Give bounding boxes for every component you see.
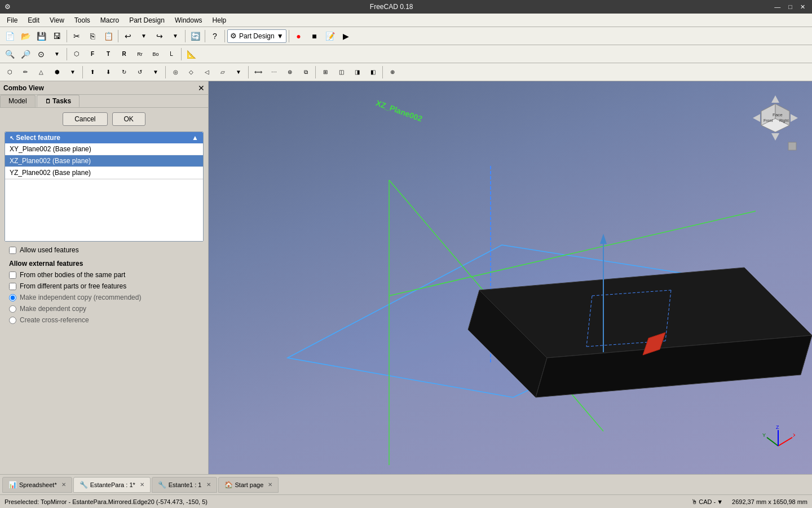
pd-mirrored-button[interactable]: ⟺	[251, 65, 266, 79]
menu-item-part design[interactable]: Part Design	[125, 15, 169, 25]
tab-model[interactable]: Model	[0, 95, 36, 107]
menu-item-macro[interactable]: Macro	[96, 15, 123, 25]
radio-independent[interactable]	[9, 294, 16, 301]
radio-crossref[interactable]	[9, 317, 16, 324]
isometric-button[interactable]: ⬡	[69, 47, 84, 61]
pd-draft-button[interactable]: ◁	[200, 65, 214, 79]
3d-object	[321, 222, 812, 448]
menu-item-help[interactable]: Help	[208, 15, 231, 25]
allow-used-checkbox[interactable]	[9, 247, 16, 254]
feature-item-xz[interactable]: XZ_Plane002 (Base plane)	[5, 155, 203, 167]
pd-btn3[interactable]: △	[34, 65, 48, 79]
tab-estante1[interactable]: 🔧 Estante1 : 1 ✕	[152, 477, 217, 493]
rear-view-button[interactable]: Rr	[133, 47, 147, 61]
from-same-part-checkbox[interactable]	[9, 271, 16, 279]
right-view-button[interactable]: R	[117, 47, 131, 61]
pd-pocket-button[interactable]: ⬇	[101, 65, 116, 79]
pd-linear-pattern-button[interactable]: ⋯	[267, 65, 281, 79]
workbench-dropdown[interactable]: ⚙ Part Design ▼	[227, 29, 286, 43]
close-button[interactable]: ✕	[798, 3, 807, 11]
pd-view3-button[interactable]: ◧	[365, 65, 380, 79]
from-diff-parts-checkbox[interactable]	[9, 283, 16, 290]
zoom-sel-button[interactable]: 🔎	[18, 47, 33, 61]
tab-spreadsheet[interactable]: 📊 Spreadsheet* ✕	[2, 477, 72, 493]
cut-button[interactable]: ✂	[69, 29, 84, 43]
copy-button[interactable]: ⎘	[85, 29, 100, 43]
tab-estante1-close[interactable]: ✕	[206, 481, 211, 488]
refresh-button[interactable]: 🔄	[188, 29, 202, 43]
pd-multitransform-button[interactable]: ⧉	[298, 65, 313, 79]
pd-revolution-button[interactable]: ↻	[117, 65, 131, 79]
feature-list: XY_Plane002 (Base plane) XZ_Plane002 (Ba…	[5, 143, 203, 179]
measure-button[interactable]: 📐	[184, 47, 198, 61]
radio-dependent[interactable]	[9, 305, 16, 313]
pd-clone-button[interactable]: ⊕	[385, 65, 400, 79]
navigation-cube[interactable]: Face Front Right	[750, 93, 801, 143]
coordinates: 2692,37 mm x 1650,98 mm	[732, 498, 807, 505]
maximize-button[interactable]: □	[786, 3, 795, 11]
draw-style-button[interactable]: ⊙	[34, 47, 48, 61]
redo-dropdown[interactable]: ▼	[168, 29, 183, 43]
open-button[interactable]: 📂	[18, 29, 33, 43]
cancel-button[interactable]: Cancel	[63, 112, 107, 126]
top-view-button[interactable]: T	[101, 47, 116, 61]
tab-startpage-close[interactable]: ✕	[268, 481, 272, 488]
pd-btn2[interactable]: ✏	[18, 65, 33, 79]
edit-macro-button[interactable]: 📝	[323, 29, 338, 43]
pd-groove-button[interactable]: ↺	[133, 65, 147, 79]
feature-item-yz[interactable]: YZ_Plane002 (Base plane)	[5, 167, 203, 179]
toolbar-main: 📄 📂 💾 🖫 ✂ ⎘ 📋 ↩ ▼ ↪ ▼ 🔄 ? ⚙ Part Design …	[0, 27, 812, 45]
main-area: Combo View ✕ Model 🗒 Tasks Cancel OK ↖ S…	[0, 81, 812, 474]
pd-section-button[interactable]: ⊞	[318, 65, 333, 79]
stop-button[interactable]: ■	[307, 29, 322, 43]
play-macro-button[interactable]: ▶	[339, 29, 354, 43]
pd-btn4[interactable]: ⬢	[50, 65, 64, 79]
tab-tasks[interactable]: 🗒 Tasks	[37, 95, 80, 107]
pd-btn-drop3[interactable]: ▼	[231, 65, 246, 79]
front-view-button[interactable]: F	[85, 47, 100, 61]
tab-startpage[interactable]: 🏠 Start page ✕	[218, 477, 279, 493]
pd-chamfer-button[interactable]: ◇	[184, 65, 198, 79]
tab-estantepara-close[interactable]: ✕	[140, 481, 144, 488]
new-button[interactable]: 📄	[2, 29, 17, 43]
combo-close-button[interactable]: ✕	[198, 84, 205, 93]
zoom-all-button[interactable]: 🔍	[2, 47, 17, 61]
menu-item-file[interactable]: File	[2, 15, 22, 25]
menu-item-windows[interactable]: Windows	[170, 15, 207, 25]
pd-view2-button[interactable]: ◨	[350, 65, 364, 79]
help-button[interactable]: ?	[208, 29, 222, 43]
draw-style-dropdown[interactable]: ▼	[50, 47, 64, 61]
sep-p2	[165, 66, 166, 78]
redo-button[interactable]: ↪	[152, 29, 167, 43]
save-as-button[interactable]: 🖫	[50, 29, 64, 43]
minimize-button[interactable]: —	[772, 3, 783, 11]
menu-item-view[interactable]: View	[45, 15, 69, 25]
bottom-view-button[interactable]: Bo	[148, 47, 163, 61]
undo-dropdown[interactable]: ▼	[136, 29, 151, 43]
select-feature-header: ↖ Select feature ▲	[5, 132, 203, 143]
cad-dropdown[interactable]: ▼	[717, 498, 723, 505]
pd-thickness-button[interactable]: ▱	[215, 65, 230, 79]
feature-item-xy[interactable]: XY_Plane002 (Base plane)	[5, 143, 203, 155]
tab-spreadsheet-close[interactable]: ✕	[61, 481, 66, 488]
pd-pad-button[interactable]: ⬆	[85, 65, 100, 79]
cursor-icon: ↖	[10, 135, 14, 141]
undo-button[interactable]: ↩	[121, 29, 135, 43]
pd-btn1[interactable]: ⬡	[2, 65, 17, 79]
save-button[interactable]: 💾	[34, 29, 48, 43]
pd-btn4-drop[interactable]: ▼	[65, 65, 80, 79]
pd-btn-drop2[interactable]: ▼	[148, 65, 163, 79]
pd-fillet-button[interactable]: ◎	[168, 65, 183, 79]
menu-item-tools[interactable]: Tools	[70, 15, 95, 25]
pd-polar-button[interactable]: ⊛	[283, 65, 297, 79]
pd-view1-button[interactable]: ◫	[334, 65, 348, 79]
ok-button[interactable]: OK	[112, 112, 145, 126]
tab-estantepara[interactable]: 🔧 EstantePara : 1* ✕	[73, 477, 151, 493]
select-feature-close[interactable]: ▲	[192, 134, 198, 142]
paste-button[interactable]: 📋	[101, 29, 116, 43]
menu-item-edit[interactable]: Edit	[23, 15, 44, 25]
left-view-button[interactable]: L	[164, 47, 179, 61]
allow-external-label: Allow external features	[9, 260, 199, 268]
viewport[interactable]: XZ_Plane002	[209, 81, 812, 474]
record-macro-button[interactable]: ●	[292, 29, 306, 43]
